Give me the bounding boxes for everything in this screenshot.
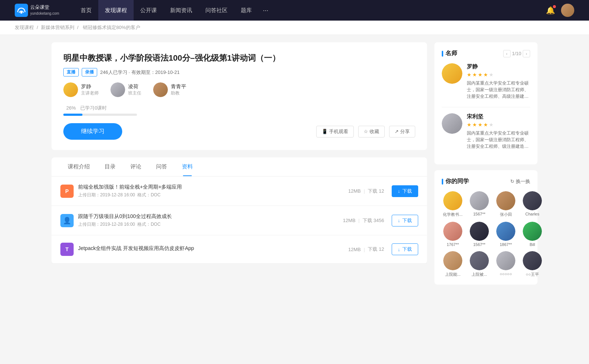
course-actions: 继续学习 📱 手机观看 ☆ 收藏 ↗ 分享 xyxy=(63,123,415,140)
download-button-3[interactable]: ↓ 下载 xyxy=(392,243,419,255)
breadcrumb-link-2[interactable]: 新媒体营销系列 xyxy=(41,25,74,30)
download-button-2[interactable]: ↓ 下载 xyxy=(392,215,419,226)
classmate-name-9: 上院能... xyxy=(442,272,464,277)
logo-text: 云朵课堂yundoketang.com xyxy=(30,4,59,16)
teachers-title: 名师 ‹ 1/10 › xyxy=(442,50,530,57)
classmate-avatar-8 xyxy=(523,222,542,241)
notification-bell[interactable]: 🔔 xyxy=(546,6,555,15)
tab-comments[interactable]: 评论 xyxy=(123,157,149,176)
teacher-avatar-2[interactable] xyxy=(442,113,462,134)
classmate-name-8: Bill xyxy=(521,242,543,247)
instructor-avatar-2 xyxy=(110,82,125,97)
avatar-image xyxy=(561,4,574,17)
action-buttons: 📱 手机观看 ☆ 收藏 ↗ 分享 xyxy=(316,126,415,138)
star-icon: ☆ xyxy=(364,129,368,134)
classmate-7[interactable]: 1867** xyxy=(495,222,517,247)
instructor-3: 青青平 助教 xyxy=(153,82,186,97)
classmate-6[interactable]: 1567** xyxy=(468,222,490,247)
share-button[interactable]: ↗ 分享 xyxy=(389,126,415,138)
file-item-2: 👤 跟随千万级项目从0到100全过程高效成长 上传日期：2019-12-28 1… xyxy=(52,206,427,235)
instructor-name-1: 罗静 xyxy=(81,83,99,90)
classmate-avatar-1 xyxy=(443,191,462,210)
classmate-4[interactable]: Charles xyxy=(521,191,543,217)
breadcrumb-current: 销冠修炼术搞定80%的客户 xyxy=(83,25,140,30)
nav-item-open[interactable]: 公开课 xyxy=(134,0,163,21)
divider-1 xyxy=(442,107,530,107)
download-icon-3: ↓ xyxy=(398,247,401,252)
nav-more[interactable]: ··· xyxy=(258,0,273,21)
instructor-name-2: 凌荷 xyxy=(128,83,141,90)
teacher-desc-1: 国内某重点大学安全工程专业硕士，国家一级注册消防工程师、注册安全工程师、高级注册… xyxy=(467,80,530,100)
classmate-name-12: ○○王平 xyxy=(521,272,543,277)
nav-right: 🔔 xyxy=(546,4,574,17)
phone-view-button[interactable]: 📱 手机观看 xyxy=(316,126,354,138)
classmate-avatar-11 xyxy=(496,251,515,270)
continue-learning-button[interactable]: 继续学习 xyxy=(63,123,122,140)
course-tags: 直播 录播 246人已学习 · 有效期至：2019-10-21 xyxy=(63,68,415,76)
file-stats-3: 12MB | 下载 12 xyxy=(348,246,384,253)
classmate-name-3: 张小田 xyxy=(495,212,517,217)
tabs-card: 课程介绍 目录 评论 问答 资料 P 前端全栈加强版！前端全栈+全周期+多端应用… xyxy=(52,157,427,264)
nav-items: 首页 发现课程 公开课 新闻资讯 问答社区 题库 ··· xyxy=(74,0,546,21)
classmate-avatar-10 xyxy=(470,251,489,270)
file-icon-3: T xyxy=(60,243,74,256)
refresh-icon: ↻ xyxy=(510,179,514,184)
instructor-1: 罗静 主讲老师 xyxy=(63,82,99,97)
nav-item-home[interactable]: 首页 xyxy=(74,0,98,21)
teacher-item-1: 罗静 ★ ★ ★ ★ ★ 国内某重点大学安全工程专业硕士，国家一级注册消防工程师… xyxy=(442,63,530,100)
progress-bar-fill xyxy=(63,114,82,116)
tab-materials[interactable]: 资料 xyxy=(174,157,200,176)
instructor-info-1: 罗静 主讲老师 xyxy=(81,83,99,96)
classmate-name-10: 上院被... xyxy=(468,272,490,277)
file-name-3: Jetpack全组件实战 开发短视频应用高仿皮皮虾App xyxy=(78,245,348,252)
file-info-2: 跟随千万级项目从0到100全过程高效成长 上传日期：2019-12-28 16:… xyxy=(78,213,343,228)
next-page-button[interactable]: › xyxy=(523,50,530,57)
classmates-header: 你的同学 ↻ 换一换 xyxy=(442,178,530,185)
classmate-3[interactable]: 张小田 xyxy=(495,191,517,217)
file-name-1: 前端全栈加强版！前端全栈+全周期+多端应用 xyxy=(78,184,348,190)
nav-item-qa[interactable]: 问答社区 xyxy=(199,0,234,21)
tab-intro[interactable]: 课程介绍 xyxy=(60,157,97,176)
breadcrumb-link-1[interactable]: 发现课程 xyxy=(15,25,34,30)
instructor-avatar-1 xyxy=(63,82,78,97)
nav-item-discover[interactable]: 发现课程 xyxy=(98,0,134,21)
classmate-12[interactable]: ○○王平 xyxy=(521,251,543,277)
classmate-1[interactable]: 化学教书... xyxy=(442,191,464,217)
classmate-10[interactable]: 上院被... xyxy=(468,251,490,277)
nav-item-quiz[interactable]: 题库 xyxy=(234,0,258,21)
tag-record: 录播 xyxy=(82,68,97,76)
teacher-desc-2: 国内某重点大学安全工程专业硕士，国家一级注册消防工程师、注册安全工程师、级注册建… xyxy=(467,130,530,150)
classmate-11[interactable]: ○○○○○ xyxy=(495,251,517,277)
instructor-info-2: 凌荷 班主任 xyxy=(128,83,141,96)
nav-item-news[interactable]: 新闻资讯 xyxy=(163,0,199,21)
file-item-1: P 前端全栈加强版！前端全栈+全周期+多端应用 上传日期：2019-12-28 … xyxy=(52,176,427,206)
classmate-5[interactable]: 1767** xyxy=(442,222,464,247)
sidebar: 名师 ‹ 1/10 › 罗静 ★ ★ xyxy=(434,42,537,290)
progress-section: 26% 已学习0课时 xyxy=(63,104,415,116)
classmate-8[interactable]: Bill xyxy=(521,222,543,247)
classmate-2[interactable]: 1567** xyxy=(468,191,490,217)
classmate-name-11: ○○○○○ xyxy=(495,272,517,276)
teacher-avatar-1[interactable] xyxy=(442,63,462,84)
download-button-1[interactable]: ↓ 下载 xyxy=(392,185,419,197)
tab-qa[interactable]: 问答 xyxy=(149,157,174,176)
user-avatar[interactable] xyxy=(561,4,574,17)
refresh-button[interactable]: ↻ 换一换 xyxy=(510,178,530,185)
logo-icon xyxy=(15,4,28,17)
classmate-avatar-12 xyxy=(523,251,542,270)
file-stats-2: 12MB | 下载 3456 xyxy=(343,217,384,224)
teacher-info-2: 宋利坚 ★ ★ ★ ★ ★ 国内某重点大学安全工程专业硕士，国家一级注册消防工程… xyxy=(467,113,530,150)
breadcrumb: 发现课程 / 新媒体营销系列 / 销冠修炼术搞定80%的客户 xyxy=(0,21,589,35)
share-icon: ↗ xyxy=(395,129,399,134)
file-stats-1: 12MB | 下载 12 xyxy=(348,188,384,195)
logo[interactable]: 云朵课堂yundoketang.com xyxy=(15,4,59,17)
classmate-9[interactable]: 上院能... xyxy=(442,251,464,277)
tag-live: 直播 xyxy=(63,68,79,76)
classmate-avatar-6 xyxy=(470,222,489,241)
prev-page-button[interactable]: ‹ xyxy=(503,50,511,57)
classmate-avatar-5 xyxy=(443,222,462,241)
classmate-name-6: 1567** xyxy=(468,242,490,247)
teacher-name-1: 罗静 xyxy=(467,63,530,70)
tab-catalog[interactable]: 目录 xyxy=(97,157,123,176)
collect-button[interactable]: ☆ 收藏 xyxy=(358,126,385,138)
